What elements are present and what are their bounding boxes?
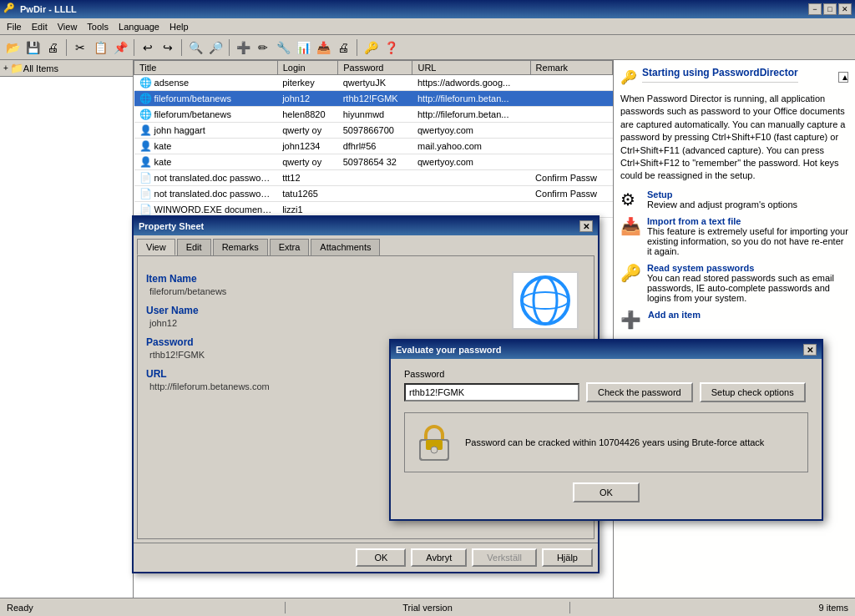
svg-point-0 [522, 277, 569, 324]
property-dialog-titlebar: Property Sheet ✕ [134, 217, 598, 235]
right-panel-section-setup: ⚙ Setup Review and adjust program's opti… [620, 189, 848, 210]
close-button[interactable]: ✕ [838, 3, 852, 15]
ie-logo [512, 271, 579, 330]
table-row[interactable]: 📄 not translated.doc password to o... ta… [134, 186, 613, 202]
cell-remark: Confirm Passw [530, 186, 612, 202]
table-row[interactable]: 🌐 fileforum/betanews john12 rthb12!FGMK … [134, 91, 613, 107]
cell-title: 🌐 fileforum/betanews [134, 91, 278, 107]
table-row[interactable]: 🌐 adsense piterkey qwertyuJK https://adw… [134, 75, 613, 91]
menu-edit[interactable]: Edit [27, 20, 53, 33]
table-row[interactable]: 👤 john haggart qwerty oy 5097866700 qwer… [134, 123, 613, 139]
status-divider1 [285, 602, 286, 613]
col-title[interactable]: Title [134, 61, 278, 75]
toolbar-export[interactable]: 🖨 [334, 38, 352, 57]
eval-password-label: Password [404, 369, 808, 379]
cell-password: 5097866700 [338, 123, 412, 139]
table-row[interactable]: 👤 kate john1234 dfhrl#56 mail.yahoo.com [134, 139, 613, 154]
tab-remarks[interactable]: Remarks [213, 239, 268, 255]
cell-login: tatu1265 [277, 186, 338, 202]
property-ok-button[interactable]: OK [356, 548, 406, 567]
tab-extra[interactable]: Extra [270, 239, 310, 255]
title-bar: 🔑 PwDir - LLLL − □ ✕ [0, 0, 855, 18]
cell-password [338, 170, 412, 186]
cell-title: 👤 kate [134, 154, 278, 170]
col-remark[interactable]: Remark [530, 61, 612, 75]
cell-title: 👤 kate [134, 139, 278, 154]
menu-file[interactable]: File [2, 20, 27, 33]
table-row[interactable]: 📄 not translated.doc password to m... tt… [134, 170, 613, 186]
eval-ok-button[interactable]: OK [573, 482, 640, 502]
toolbar-print[interactable]: 🖨 [43, 38, 62, 57]
toolbar-sep2 [134, 39, 134, 56]
folder-icon: 📁 [10, 62, 23, 74]
toolbar-add[interactable]: ➕ [234, 38, 252, 57]
toolbar-cut[interactable]: ✂ [71, 38, 89, 57]
check-password-button[interactable]: Check the password [586, 382, 693, 402]
property-help-button[interactable]: Hjälp [542, 548, 593, 567]
add-title[interactable]: Add an item [648, 310, 701, 320]
menu-help[interactable]: Help [164, 20, 194, 33]
eval-password-input[interactable] [404, 383, 579, 401]
maximize-button[interactable]: □ [823, 3, 837, 15]
cell-title: 📄 not translated.doc password to m... [134, 170, 278, 186]
col-url[interactable]: URL [412, 61, 530, 75]
cell-url: https://adwords.goog... [412, 75, 530, 91]
toolbar-help[interactable]: ❓ [382, 38, 400, 57]
svg-point-6 [431, 447, 438, 453]
toolbar-sep5 [357, 39, 357, 56]
import-title[interactable]: Import from a text file [647, 216, 848, 226]
table-row[interactable]: 🌐 fileforum/betanews helen8820 hiyunmwd … [134, 107, 613, 123]
cell-url: http://fileforum.betan... [412, 107, 530, 123]
right-panel-icon: 🔑 [620, 69, 637, 85]
menu-tools[interactable]: Tools [82, 20, 114, 33]
menu-language[interactable]: Language [114, 20, 164, 33]
status-center: Trial version [292, 603, 564, 613]
toolbar-new[interactable]: 📂 [3, 38, 22, 57]
toolbar-search[interactable]: 🔍 [186, 38, 205, 57]
toolbar-import[interactable]: 📥 [314, 38, 332, 57]
tree-root-label[interactable]: All Items [23, 63, 58, 73]
read-icon: 🔑 [620, 263, 640, 283]
item-name-value: fileforum/betanews [149, 286, 502, 296]
user-name-label: User Name [146, 305, 502, 316]
minimize-button[interactable]: − [808, 3, 822, 15]
eval-dialog-close[interactable]: ✕ [803, 344, 817, 356]
toolbar-sep4 [229, 39, 230, 56]
toolbar-paste[interactable]: 📌 [111, 38, 129, 57]
toolbar-redo[interactable]: ↪ [159, 38, 177, 57]
toolbar-edit[interactable]: ✏ [254, 38, 272, 57]
toolbar-save[interactable]: 💾 [23, 38, 42, 57]
toolbar-settings[interactable]: 🔧 [274, 38, 292, 57]
app-title: PwDir - LLLL [20, 4, 808, 14]
property-dialog-close[interactable]: ✕ [579, 220, 593, 232]
menu-view[interactable]: View [53, 20, 83, 33]
toolbar-copy[interactable]: 📋 [91, 38, 109, 57]
toolbar-key[interactable]: 🔑 [362, 38, 380, 57]
toolbar-undo[interactable]: ↩ [139, 38, 157, 57]
tab-edit[interactable]: Edit [177, 239, 211, 255]
read-title[interactable]: Read system passwords [647, 263, 848, 273]
right-panel-section-add: ➕ Add an item [620, 310, 848, 330]
status-right: 9 items [577, 603, 848, 613]
col-login[interactable]: Login [277, 61, 338, 75]
eval-dialog-title: Evaluate your password [396, 345, 803, 355]
col-password[interactable]: Password [338, 61, 412, 75]
svg-point-1 [534, 277, 557, 324]
property-apply-button[interactable]: Verkställ [472, 548, 537, 567]
tree-expand-icon[interactable]: + [3, 63, 8, 73]
setup-icon: ⚙ [620, 189, 640, 210]
cell-login: john12 [277, 91, 338, 107]
setup-title[interactable]: Setup [647, 189, 797, 199]
tab-attachments[interactable]: Attachments [311, 239, 380, 255]
table-row[interactable]: 👤 kate qwerty oy 50978654 32 qwertyoy.co… [134, 154, 613, 170]
property-cancel-button[interactable]: Avbryt [411, 548, 467, 567]
toolbar-zoom[interactable]: 🔎 [206, 38, 225, 57]
setup-check-options-button[interactable]: Setup check options [700, 382, 806, 402]
cell-url: mail.yahoo.com [412, 139, 530, 154]
eval-dialog-footer: OK [404, 482, 808, 509]
right-panel-scroll-up[interactable]: ▲ [838, 72, 848, 83]
cell-login: ttt12 [277, 170, 338, 186]
cell-remark [530, 123, 612, 139]
tab-view[interactable]: View [137, 239, 175, 255]
toolbar-chart[interactable]: 📊 [294, 38, 312, 57]
